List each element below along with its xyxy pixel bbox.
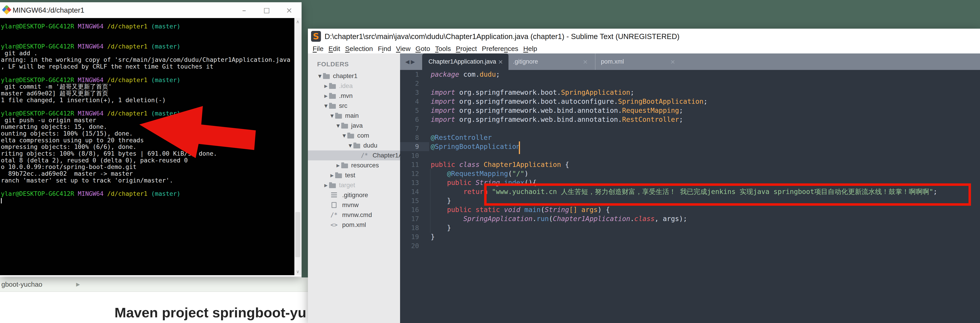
tree-item-label: java (351, 122, 363, 129)
chevron-down-icon[interactable]: ▼ (335, 123, 341, 128)
terminal-line: , LF will be replaced by CRLF the next t… (1, 63, 294, 70)
terminal-line (1, 36, 294, 43)
menu-goto[interactable]: Goto (413, 45, 433, 53)
line-number: 3 (400, 88, 429, 97)
tree-item-chapter1application-java[interactable]: /*Chapter1Application.java (308, 150, 400, 160)
chevron-down-icon[interactable]: ▼ (323, 103, 329, 108)
code-line: 8@RestController (400, 133, 980, 142)
tab-close-icon[interactable]: × (582, 58, 588, 65)
line-number: 18 (400, 223, 429, 232)
tab-label: Chapter1Application.java (428, 58, 496, 65)
tab-nav: ◀ ▶ (405, 53, 416, 70)
tab-chapter1application-java[interactable]: Chapter1Application.java× (422, 53, 509, 70)
menu-preferences[interactable]: Preferences (479, 45, 521, 53)
code-file-icon: /* (329, 211, 339, 218)
line-number: 13 (400, 178, 429, 187)
minimize-button[interactable]: – (234, 2, 254, 18)
menu-tools[interactable]: Tools (433, 45, 453, 53)
terminal-lines: ylar@DESKTOP-G6C412R MINGW64 /d/chapter1… (0, 18, 294, 204)
tree-item--idea[interactable]: ▶.idea (308, 81, 400, 91)
terminal-cursor (1, 198, 2, 203)
tree-item-target[interactable]: ▶target (308, 180, 400, 190)
terminal-titlebar[interactable]: MINGW64:/d/chapter1 – □ × (0, 2, 302, 18)
menu-project[interactable]: Project (453, 45, 479, 53)
menubar: FileEditSelectionFindViewGotoToolsProjec… (308, 44, 980, 53)
code-line: 12 @RequestMapping("/") (400, 169, 980, 178)
tree-item-resources[interactable]: ▶resources (308, 160, 400, 170)
tab--gitignore[interactable]: .gitignore× (509, 53, 592, 70)
tree-item-label: pom.xml (342, 221, 366, 229)
xml-file-icon: <> (329, 222, 339, 228)
tab-pom-xml[interactable]: pom.xml× (595, 53, 679, 70)
folder-icon (329, 104, 336, 109)
tree-item-label: .idea (339, 82, 353, 90)
menu-find[interactable]: Find (375, 45, 393, 53)
tree-item--mvn[interactable]: ▶.mvn (308, 91, 400, 101)
menu-view[interactable]: View (393, 45, 413, 53)
tree-item-src[interactable]: ▼src (308, 101, 400, 111)
line-number: 15 (400, 196, 429, 205)
menu-help[interactable]: Help (521, 45, 540, 53)
tree-item-label: Chapter1Application.java (372, 152, 400, 159)
terminal-window: MINGW64:/d/chapter1 – □ × ylar@DESKTOP-G… (0, 2, 302, 277)
tree-item-main[interactable]: ▼main (308, 111, 400, 121)
terminal-line: git add . (1, 50, 294, 57)
folder-icon (347, 134, 354, 139)
sublime-icon: S (311, 31, 321, 42)
chevron-right-icon[interactable]: ▶ (323, 83, 329, 88)
line-number: 11 (400, 160, 429, 169)
scrollbar-thumb[interactable] (295, 212, 300, 257)
tree-item-test[interactable]: ▶test (308, 170, 400, 180)
chevron-right-icon[interactable]: ▶ (329, 173, 335, 178)
folder-icon (341, 163, 348, 168)
sidebar: FOLDERS ▼chapter1▶.idea▶.mvn▼src▼main▼ja… (308, 53, 400, 323)
tab-prev-icon[interactable]: ◀ (405, 59, 409, 65)
code-line: 11public class Chapter1Application { (400, 160, 980, 169)
tree-item-com[interactable]: ▼com (308, 131, 400, 141)
line-number: 14 (400, 187, 429, 196)
tree-item-label: main (345, 112, 359, 119)
sublime-titlebar[interactable]: S D:\chapter1\src\main\java\com\dudu\Cha… (308, 29, 980, 44)
line-number: 2 (400, 79, 429, 88)
terminal-line: git commit -m '超哥又更新了首页' (1, 83, 294, 90)
close-button[interactable]: × (279, 2, 299, 18)
terminal-line (1, 103, 294, 110)
chevron-down-icon[interactable]: ▼ (341, 133, 347, 138)
folder-icon (323, 74, 330, 79)
tree-item-java[interactable]: ▼java (308, 121, 400, 131)
code-line: 2 (400, 79, 980, 88)
terminal-line: otal 8 (delta 2), reused 0 (delta 0), pa… (1, 157, 294, 164)
terminal-line: ylar@DESKTOP-G6C412R MINGW64 /d/chapter1… (1, 110, 294, 117)
menu-file[interactable]: File (310, 45, 326, 53)
line-number: 7 (400, 124, 429, 133)
chevron-right-icon[interactable]: ▶ (335, 163, 341, 168)
code-line: 6import org.springframework.web.bind.ann… (400, 115, 980, 124)
tree-item--gitignore[interactable]: .gitignore (308, 190, 400, 200)
tab-close-icon[interactable]: × (670, 58, 675, 65)
tree-item-pom-xml[interactable]: <>pom.xml (308, 220, 400, 230)
tree-item-mvnw[interactable]: mvnw (308, 200, 400, 210)
breadcrumb-item[interactable]: gboot-yuchao (2, 281, 42, 288)
chevron-down-icon[interactable]: ▼ (317, 74, 323, 78)
chevron-right-icon[interactable]: ▶ (323, 93, 329, 98)
maximize-button[interactable]: □ (256, 2, 277, 18)
scroll-down-icon[interactable]: ∨ (294, 269, 301, 274)
tree-item-label: mvnw (342, 201, 359, 209)
breadcrumb: gboot-yuchao ▶ (0, 277, 308, 292)
chevron-right-icon[interactable]: ▶ (323, 183, 329, 188)
menu-selection[interactable]: Selection (343, 45, 375, 53)
chevron-down-icon[interactable]: ▼ (347, 143, 353, 148)
tab-next-icon[interactable]: ▶ (410, 59, 415, 65)
tree-item-dudu[interactable]: ▼dudu (308, 141, 400, 150)
chevron-down-icon[interactable]: ▼ (329, 113, 335, 118)
menu-edit[interactable]: Edit (326, 45, 343, 53)
terminal-scrollbar[interactable]: ∧ ∨ (294, 18, 301, 275)
tree-item-mvnw-cmd[interactable]: /*mvnw.cmd (308, 210, 400, 220)
terminal-title: MINGW64:/d/chapter1 (13, 6, 84, 14)
tab-close-icon[interactable]: × (498, 58, 503, 65)
code-file-icon: /* (360, 152, 369, 159)
tab-label: pom.xml (601, 58, 624, 65)
scroll-up-icon[interactable]: ∧ (294, 19, 301, 24)
mingw-icon (2, 5, 11, 14)
tree-item-chapter1[interactable]: ▼chapter1 (308, 71, 400, 81)
